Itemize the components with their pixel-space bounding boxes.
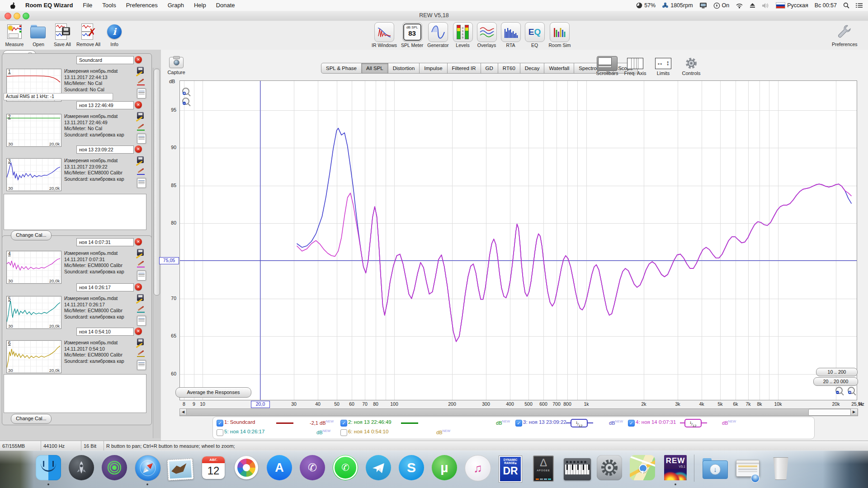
legend-checkbox[interactable]	[340, 429, 347, 436]
delete-measurement-button[interactable]: ✕	[135, 238, 142, 245]
toolbar-info-button[interactable]: iInfo	[104, 22, 124, 47]
edit-save-icon[interactable]	[137, 67, 145, 75]
display-menu-icon[interactable]	[699, 2, 707, 9]
tab-filtered-ir[interactable]: Filtered IR	[448, 63, 481, 74]
legend-checkbox[interactable]: ✓	[340, 420, 347, 427]
range-20-20000-button[interactable]: 20 .. 20 000	[813, 377, 858, 386]
notes-icon[interactable]	[137, 360, 145, 368]
edit-save-icon[interactable]	[137, 294, 145, 302]
power-status[interactable]: On	[713, 2, 730, 9]
dock-telegram-icon[interactable]	[366, 455, 391, 480]
trace-pencil-icon[interactable]	[137, 123, 145, 131]
delete-measurement-button[interactable]: ✕	[135, 101, 142, 108]
tab-spl-phase[interactable]: SPL & Phase	[321, 63, 362, 74]
plot-h-scroll-left-arrow[interactable]: ◀	[180, 409, 187, 415]
legend-checkbox[interactable]: ✓	[217, 420, 223, 427]
notes-icon[interactable]	[137, 271, 145, 279]
plot-h-scrollbar-track[interactable]	[179, 408, 858, 416]
edit-save-icon[interactable]	[137, 112, 145, 120]
plot-zoom-in-button[interactable]: +	[182, 88, 189, 95]
volume-menu[interactable]	[762, 3, 769, 9]
spl-plot[interactable]	[179, 80, 857, 400]
toolbar-generator-button[interactable]: Generator	[427, 22, 448, 48]
measurement-title-field[interactable]: ноя 14 0:07:31	[76, 238, 134, 246]
dock-skype-icon[interactable]: S	[399, 455, 424, 480]
notification-center-menu[interactable]	[856, 3, 863, 8]
dock-itunes-icon[interactable]: ♫	[465, 455, 490, 480]
toolbar-eq-button[interactable]: EQEQ	[525, 22, 545, 48]
toolbar-spl-meter-button[interactable]: dB SPL83SPL Meter	[401, 22, 423, 48]
toolbar-rta-button[interactable]: RTA	[501, 22, 521, 48]
dock-rew-icon[interactable]: REWV5.1	[663, 455, 688, 480]
spotlight-menu[interactable]	[843, 2, 849, 9]
measurement-title-field[interactable]: ноя 13 22:46:49	[76, 101, 134, 109]
dock-tor-icon[interactable]	[102, 455, 127, 480]
tab-distortion[interactable]: Distortion	[388, 63, 420, 74]
change-cal-button[interactable]: Change Cal...	[11, 230, 52, 240]
tab-decay[interactable]: Decay	[520, 63, 545, 74]
menu-item-help[interactable]: Help	[189, 0, 211, 11]
plot-h-scrollbar-thumb[interactable]	[808, 409, 851, 416]
notes-icon[interactable]	[137, 89, 145, 97]
dock-calendar-icon[interactable]: АВГ.12	[201, 455, 226, 480]
measurement-thumbnail[interactable]: 23020,0k	[6, 114, 61, 147]
toolbar-room-sim-button[interactable]: Room Sim	[549, 22, 571, 48]
dock-safari-icon[interactable]	[135, 455, 160, 480]
dock-appstore-icon[interactable]: A	[267, 455, 292, 480]
dock-downloads-icon[interactable]: ↓	[702, 455, 727, 480]
edit-save-icon[interactable]	[137, 249, 145, 257]
trace-pencil-icon[interactable]	[137, 349, 145, 357]
tab-waterfall[interactable]: Waterfall	[544, 63, 574, 74]
delete-measurement-button[interactable]: ✕	[135, 328, 142, 335]
measurement-card-2[interactable]: ноя 13 22:46:49✕23020,0kИзмерения ноябрь…	[2, 100, 151, 145]
wifi-menu[interactable]	[736, 3, 743, 9]
notes-icon[interactable]	[137, 134, 145, 142]
measurement-title-field[interactable]: ноя 13 23:09:22	[76, 145, 134, 154]
edit-save-icon[interactable]	[137, 156, 145, 164]
dock-photos-icon[interactable]	[234, 455, 259, 480]
menu-item-graph[interactable]: Graph	[163, 0, 189, 11]
trace-pencil-icon[interactable]	[137, 167, 145, 175]
dock-launchpad-icon[interactable]	[69, 455, 94, 480]
menu-item-file[interactable]: File	[78, 0, 97, 11]
delete-measurement-button[interactable]: ✕	[135, 283, 142, 291]
menu-item-preferences[interactable]: Preferences	[121, 0, 163, 11]
scrollbars-button[interactable]: Scrollbars	[593, 57, 621, 76]
toolbar-remove-all-button[interactable]: ✗Remove All	[76, 22, 100, 47]
dock-trash-icon[interactable]	[768, 455, 793, 480]
dock-viber-icon[interactable]: ✆	[300, 455, 325, 480]
toolbar-preferences-button[interactable]: Preferences	[832, 22, 858, 47]
dock-apogee-icon[interactable]: ∆APOGEE	[531, 455, 556, 480]
apple-menu[interactable]	[5, 2, 20, 9]
measurement-card-5[interactable]: ноя 14 0:26:17✕53020,0kИзмерения ноябрь.…	[2, 282, 151, 328]
toolbar-measure-button[interactable]: ✹Measure	[5, 22, 24, 47]
tab-gd[interactable]: GD	[481, 63, 498, 74]
dock-dr-meter-icon[interactable]: DYNAMICRANGE⚹DR	[498, 455, 523, 480]
trace-pencil-icon[interactable]	[137, 260, 145, 268]
toolbar-levels-button[interactable]: 0369Levels	[453, 22, 473, 48]
measurement-title-field[interactable]: ноя 14 0:54:10	[76, 328, 134, 336]
measurement-title-field[interactable]: ноя 14 0:26:17	[76, 283, 134, 291]
measurement-thumbnail[interactable]: 33020,0k	[6, 158, 61, 191]
legend-checkbox[interactable]	[217, 429, 223, 436]
battery-status[interactable]: 57%	[636, 2, 656, 9]
toolbar-ir-windows-button[interactable]: IR Windows	[372, 22, 397, 48]
capture-button[interactable]: Capture	[164, 57, 189, 75]
range-10-200-button[interactable]: 10 .. 200	[816, 368, 858, 376]
toolbar-open-button[interactable]: Open	[28, 22, 48, 47]
legend-checkbox[interactable]: ✓	[628, 420, 635, 427]
tab-impulse[interactable]: Impulse	[420, 63, 447, 74]
edit-save-icon[interactable]	[137, 338, 145, 347]
measurement-thumbnail[interactable]: 63020,0k	[6, 340, 61, 373]
average-responses-button[interactable]: Average the Responses	[175, 387, 251, 398]
plot-zoom-out-button[interactable]: −	[182, 98, 189, 105]
tab-rt60[interactable]: RT60	[498, 63, 520, 74]
measurement-thumbnail[interactable]: 53020,0k	[6, 296, 61, 329]
delete-measurement-button[interactable]: ✕	[135, 145, 142, 153]
tab-all-spl[interactable]: All SPL	[362, 63, 388, 74]
measurement-card-3[interactable]: ноя 13 23:09:22✕33020,0kИзмерения ноябрь…	[2, 145, 151, 190]
menu-item-donate[interactable]: Donate	[211, 0, 240, 11]
notes-icon[interactable]	[137, 178, 145, 186]
dock-mail-icon[interactable]	[168, 455, 193, 480]
plot-h-scroll-right-arrow[interactable]: ▶	[850, 409, 857, 415]
